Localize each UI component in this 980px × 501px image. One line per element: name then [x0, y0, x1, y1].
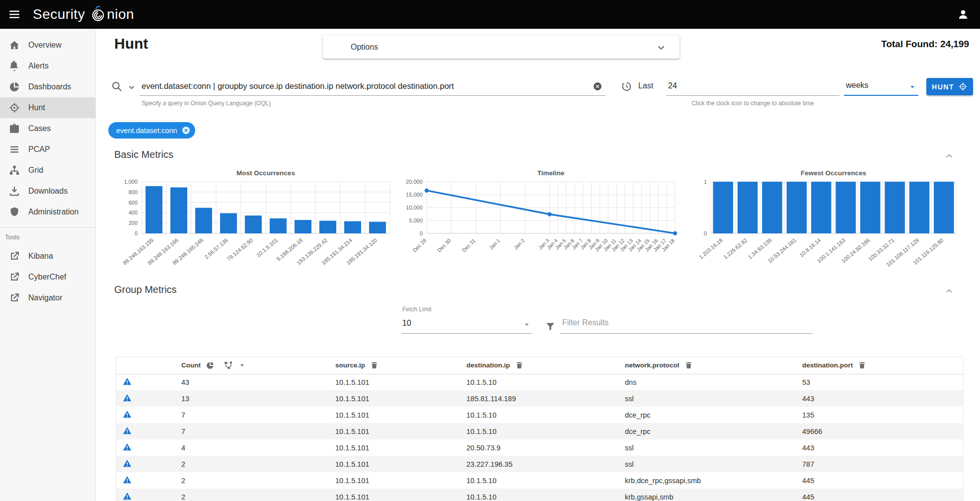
filter-chip[interactable]: event.dataset:conn — [108, 122, 195, 139]
svg-text:10.1.5.101: 10.1.5.101 — [255, 237, 279, 258]
row-warning-icon[interactable] — [122, 393, 132, 403]
table-row[interactable]: 210.1.5.10110.1.5.10krb,gssapi,smb445 — [116, 489, 964, 501]
sidebar-nav: OverviewAlertsDashboardsHuntCasesPCAPGri… — [0, 29, 96, 501]
table-row[interactable]: 4310.1.5.10110.1.5.10dns53 — [116, 374, 964, 390]
sidebar-item-hunt[interactable]: Hunt — [0, 97, 95, 118]
svg-text:15,000: 15,000 — [406, 192, 423, 198]
sidebar-item-downloads[interactable]: Downloads — [0, 181, 95, 202]
sidebar-item-label: Administration — [28, 208, 78, 216]
external-link-icon — [8, 250, 20, 262]
table-cell: 445 — [792, 472, 964, 489]
time-units-select[interactable]: weeks — [844, 77, 918, 96]
sidebar-item-overview[interactable]: Overview — [0, 35, 95, 56]
relative-time-field — [666, 77, 839, 96]
table-cell: 2 — [171, 456, 325, 472]
remove-column-trash-icon[interactable] — [515, 361, 524, 369]
clear-query-icon[interactable] — [593, 81, 603, 91]
remove-column-trash-icon[interactable] — [684, 361, 693, 369]
table-cell: 2 — [171, 472, 325, 489]
table-cell: 10.1.5.101 — [325, 439, 456, 456]
hamburger-icon — [8, 8, 21, 21]
query-history-chevron-icon[interactable] — [127, 83, 136, 92]
sidebar-item-administration[interactable]: Administration — [0, 202, 95, 222]
table-cell: 787 — [792, 456, 964, 472]
row-warning-icon[interactable] — [122, 410, 132, 419]
menu-button[interactable] — [4, 4, 25, 25]
sidebar-item-pcap[interactable]: PCAP — [0, 139, 95, 160]
table-row[interactable]: 410.1.5.10120.50.73.9ssl443 — [116, 439, 964, 456]
basic-metrics-collapse-icon[interactable] — [944, 151, 954, 161]
sidebar-item-label: Alerts — [28, 62, 49, 71]
row-warning-icon[interactable] — [122, 426, 132, 435]
sidebar-item-dashboards[interactable]: Dashboards — [0, 76, 95, 97]
row-warning-icon[interactable] — [122, 459, 132, 468]
external-link-icon — [8, 292, 20, 304]
filter-funnel-icon — [544, 321, 556, 333]
row-warning-icon[interactable] — [122, 377, 132, 386]
sidebar-divider — [0, 227, 95, 228]
sidebar-tool-kibana[interactable]: Kibana — [0, 246, 95, 267]
table-row[interactable]: 210.1.5.10110.1.5.10krb,dce_rpc,gssapi,s… — [116, 472, 964, 489]
groupby-caret-icon[interactable] — [238, 361, 246, 369]
sidebar-item-grid[interactable]: Grid — [0, 160, 95, 181]
table-cell: 185.81.114.189 — [456, 390, 615, 407]
relative-time-input[interactable] — [666, 77, 839, 95]
table-cell: 10.1.5.101 — [325, 472, 456, 489]
page-title: Hunt — [114, 35, 148, 52]
sidebar-item-label: Grid — [28, 166, 43, 175]
lines-icon — [8, 143, 20, 155]
app-logo: Security nion — [33, 5, 134, 23]
sidebar-tool-cyberchef[interactable]: CyberChef — [0, 267, 95, 287]
table-cell: ssl — [615, 439, 792, 456]
table-cell: 4 — [171, 439, 325, 456]
table-cell: ssl — [615, 390, 792, 407]
sidebar-item-label: PCAP — [28, 145, 50, 154]
table-cell: ssl — [615, 456, 792, 472]
table-row[interactable]: 210.1.5.10123.227.196.35ssl787 — [116, 456, 964, 472]
table-cell: 10.1.5.101 — [325, 423, 456, 439]
user-menu-button[interactable] — [954, 5, 972, 23]
chip-close-icon[interactable] — [181, 126, 191, 135]
tools-caption: Tools — [0, 232, 95, 246]
logo-text-nion: nion — [107, 6, 134, 22]
table-row[interactable]: 1310.1.5.101185.81.114.189ssl443 — [116, 390, 964, 407]
basic-metrics-heading: Basic Metrics — [114, 149, 173, 160]
query-input[interactable] — [140, 77, 605, 95]
remove-column-trash-icon[interactable] — [370, 361, 378, 369]
onion-logo-icon — [89, 5, 106, 23]
pie-chart-toggle-icon[interactable] — [206, 361, 215, 370]
table-row[interactable]: 710.1.5.10110.1.5.10dce_rpc49666 — [116, 423, 964, 439]
table-cell: krb,dce_rpc,gssapi,smb — [615, 472, 792, 489]
svg-text:20,000: 20,000 — [406, 179, 423, 185]
row-warning-icon[interactable] — [122, 492, 132, 501]
search-icon[interactable] — [111, 80, 123, 92]
table-header-row: Count source — [116, 357, 964, 374]
row-warning-icon[interactable] — [122, 442, 132, 452]
fetch-limit-select[interactable]: Fetch Limit 10 — [401, 305, 531, 334]
column-header-destination-ip: destination.ip — [466, 361, 510, 369]
remove-column-trash-icon[interactable] — [858, 361, 866, 369]
fetch-limit-caret-icon — [523, 321, 530, 328]
svg-text:Timeline: Timeline — [537, 169, 565, 177]
table-cell: 10.1.5.101 — [325, 489, 456, 501]
query-hint: Specify a query in Onion Query Language … — [142, 100, 271, 107]
time-units-caret-icon — [908, 83, 916, 91]
history-clock-icon[interactable] — [620, 80, 632, 92]
hunt-button[interactable]: HUNT — [926, 78, 973, 95]
svg-text:Dec 29: Dec 29 — [411, 237, 427, 253]
filter-results-input[interactable] — [560, 307, 813, 332]
sidebar-tool-navigator[interactable]: Navigator — [0, 287, 95, 308]
briefcase-icon — [8, 123, 20, 135]
total-found-label: Total Found: — [881, 39, 938, 49]
sidebar-item-cases[interactable]: Cases — [0, 118, 95, 139]
svg-text:Jan 2: Jan 2 — [513, 237, 526, 251]
column-header-network-protocol: network.protocol — [625, 361, 679, 369]
sidebar-item-alerts[interactable]: Alerts — [0, 56, 95, 76]
timeline-chart: 05,00010,00015,00020,000Dec 29Dec 30Dec … — [399, 168, 677, 273]
row-warning-icon[interactable] — [122, 475, 132, 485]
groupby-graph-icon[interactable] — [224, 360, 233, 370]
group-metrics-collapse-icon[interactable] — [944, 286, 954, 296]
svg-text:Fewest Occurrences: Fewest Occurrences — [801, 169, 866, 177]
table-row[interactable]: 710.1.5.10110.1.5.10dce_rpc135 — [116, 407, 964, 423]
options-panel[interactable]: Options — [323, 35, 679, 59]
